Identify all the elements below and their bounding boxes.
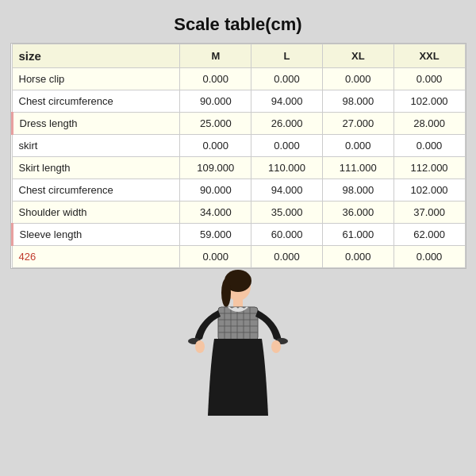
row-value: 102.000 xyxy=(393,90,465,113)
row-label: skirt xyxy=(12,135,180,157)
row-label: Dress length xyxy=(12,113,180,135)
row-value: 0.000 xyxy=(322,246,393,268)
row-value: 0.000 xyxy=(393,246,465,268)
row-value: 0.000 xyxy=(251,246,323,268)
table-row: Chest circumference90.00094.00098.000102… xyxy=(12,179,465,202)
row-value: 34.000 xyxy=(180,202,251,224)
row-value: 90.000 xyxy=(180,90,251,113)
table-row: Dress length25.00026.00027.00028.000 xyxy=(12,113,465,135)
header-cell-l: L xyxy=(251,44,323,68)
row-value: 110.000 xyxy=(251,157,323,179)
row-value: 0.000 xyxy=(393,68,465,90)
row-value: 37.000 xyxy=(393,202,465,224)
svg-point-2 xyxy=(221,278,231,307)
svg-point-17 xyxy=(271,340,281,353)
row-value: 59.000 xyxy=(180,224,251,246)
row-value: 25.000 xyxy=(180,113,251,135)
row-value: 0.000 xyxy=(180,246,251,268)
row-value: 0.000 xyxy=(322,135,393,157)
header-cell-size: size xyxy=(12,44,180,68)
header-cell-m: M xyxy=(180,44,251,68)
row-value: 27.000 xyxy=(322,113,393,135)
row-label: Skirt length xyxy=(12,157,180,179)
dress-figure xyxy=(175,269,301,416)
svg-rect-3 xyxy=(233,299,243,307)
table-row: Chest circumference90.00094.00098.000102… xyxy=(12,90,465,113)
header-cell-xl: XL xyxy=(322,44,393,68)
svg-point-16 xyxy=(195,340,205,353)
row-value: 111.000 xyxy=(322,157,393,179)
row-value: 0.000 xyxy=(180,68,251,90)
row-value: 98.000 xyxy=(322,179,393,202)
page-title: Scale table(cm) xyxy=(174,14,301,35)
row-value: 94.000 xyxy=(251,179,323,202)
table-row: skirt0.0000.0000.0000.000 xyxy=(12,135,465,157)
row-value: 98.000 xyxy=(322,90,393,113)
dress-figure-section xyxy=(10,269,466,476)
scale-table: sizeMLXLXXL Horse clip0.0000.0000.0000.0… xyxy=(11,44,466,268)
table-row: 4260.0000.0000.0000.000 xyxy=(12,246,465,268)
row-label: 426 xyxy=(12,246,180,268)
row-value: 90.000 xyxy=(180,179,251,202)
row-value: 112.000 xyxy=(393,157,465,179)
row-value: 28.000 xyxy=(393,113,465,135)
row-value: 0.000 xyxy=(180,135,251,157)
table-row: Sleeve length59.00060.00061.00062.000 xyxy=(12,224,465,246)
row-value: 0.000 xyxy=(322,68,393,90)
row-value: 61.000 xyxy=(322,224,393,246)
svg-rect-4 xyxy=(218,307,258,340)
row-value: 60.000 xyxy=(251,224,323,246)
row-value: 0.000 xyxy=(393,135,465,157)
scale-table-wrapper: sizeMLXLXXL Horse clip0.0000.0000.0000.0… xyxy=(10,43,466,269)
row-label: Chest circumference xyxy=(12,179,180,202)
table-header-row: sizeMLXLXXL xyxy=(12,44,465,68)
row-value: 109.000 xyxy=(180,157,251,179)
page-container: Scale table(cm) sizeMLXLXXL Horse clip0.… xyxy=(0,0,476,476)
row-value: 35.000 xyxy=(251,202,323,224)
row-value: 0.000 xyxy=(251,135,323,157)
row-value: 102.000 xyxy=(393,179,465,202)
row-value: 62.000 xyxy=(393,224,465,246)
row-label: Chest circumference xyxy=(12,90,180,113)
header-cell-xxl: XXL xyxy=(393,44,465,68)
row-value: 36.000 xyxy=(322,202,393,224)
table-row: Shoulder width34.00035.00036.00037.000 xyxy=(12,202,465,224)
row-label: Sleeve length xyxy=(12,224,180,246)
row-value: 0.000 xyxy=(251,68,323,90)
row-label: Shoulder width xyxy=(12,202,180,224)
table-row: Horse clip0.0000.0000.0000.000 xyxy=(12,68,465,90)
row-value: 26.000 xyxy=(251,113,323,135)
row-value: 94.000 xyxy=(251,90,323,113)
row-label: Horse clip xyxy=(12,68,180,90)
table-row: Skirt length109.000110.000111.000112.000 xyxy=(12,157,465,179)
